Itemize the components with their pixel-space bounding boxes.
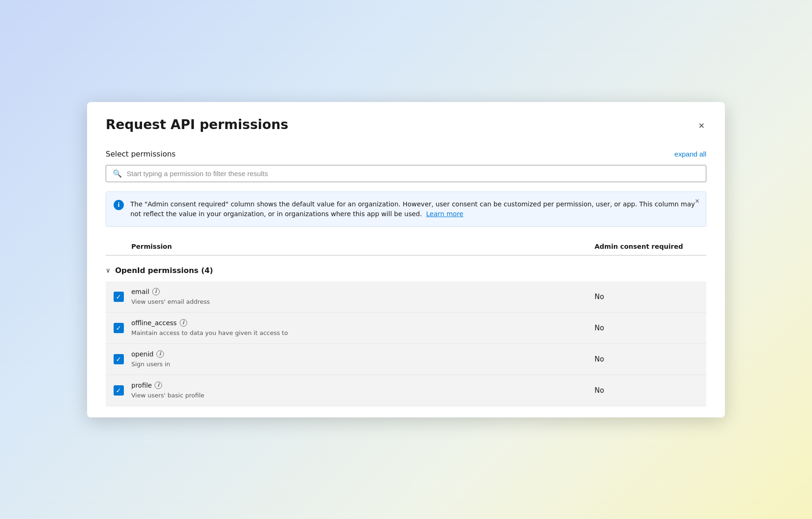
section-header-row: Select permissions expand all xyxy=(106,150,706,158)
info-banner-text: The "Admin consent required" column show… xyxy=(130,199,697,219)
modal-title: Request API permissions xyxy=(106,117,288,133)
info-tooltip-offline[interactable]: i xyxy=(180,319,187,327)
admin-consent-offline: No xyxy=(595,324,706,332)
checkbox-cell-openid xyxy=(106,354,131,364)
group-header-openid[interactable]: ∨ OpenId permissions (4) xyxy=(106,260,706,281)
permission-info-openid: openid i Sign users in xyxy=(131,350,595,368)
info-tooltip-profile[interactable]: i xyxy=(155,382,162,389)
info-banner: i The "Admin consent required" column sh… xyxy=(106,191,706,227)
table-row: openid i Sign users in No xyxy=(106,344,706,375)
modal-container: Request API permissions × Select permiss… xyxy=(87,102,725,417)
admin-consent-openid: No xyxy=(595,355,706,363)
checkbox-cell-offline xyxy=(106,323,131,333)
checkbox-cell-profile xyxy=(106,385,131,396)
admin-consent-profile: No xyxy=(595,386,706,395)
permission-desc-profile: View users' basic profile xyxy=(131,392,204,399)
permission-info-profile: profile i View users' basic profile xyxy=(131,382,595,399)
permission-name-email: email xyxy=(131,288,149,295)
permission-info-email: email i View users' email address xyxy=(131,288,595,306)
info-banner-close-button[interactable]: × xyxy=(695,198,699,205)
admin-consent-email: No xyxy=(595,293,706,301)
permission-desc-openid: Sign users in xyxy=(131,361,170,368)
checkbox-profile[interactable] xyxy=(114,385,124,396)
search-input[interactable] xyxy=(127,170,699,178)
permission-name-profile: profile xyxy=(131,382,152,389)
learn-more-link[interactable]: Learn more xyxy=(426,210,463,218)
info-tooltip-openid[interactable]: i xyxy=(156,350,164,358)
checkbox-cell-email xyxy=(106,292,131,302)
modal-body: Select permissions expand all 🔍 i The "A… xyxy=(87,142,725,417)
group-title-openid: OpenId permissions (4) xyxy=(115,266,213,275)
select-permissions-label: Select permissions xyxy=(106,150,176,158)
permission-desc-offline: Maintain access to data you have given i… xyxy=(131,329,288,336)
table-row: offline_access i Maintain access to data… xyxy=(106,313,706,344)
checkbox-email[interactable] xyxy=(114,292,124,302)
permission-name-openid: openid xyxy=(131,350,154,358)
permission-info-offline: offline_access i Maintain access to data… xyxy=(131,319,595,337)
close-button[interactable]: × xyxy=(697,119,706,133)
chevron-down-icon: ∨ xyxy=(106,266,110,274)
search-icon: 🔍 xyxy=(113,169,122,178)
permissions-table: Permission Admin consent required ∨ Open… xyxy=(106,238,706,406)
col-permission-header: Permission xyxy=(106,243,595,250)
search-box: 🔍 xyxy=(106,165,706,182)
expand-all-button[interactable]: expand all xyxy=(675,150,706,158)
permission-desc-email: View users' email address xyxy=(131,298,210,305)
checkbox-openid[interactable] xyxy=(114,354,124,364)
table-row: email i View users' email address No xyxy=(106,281,706,313)
checkbox-offline-access[interactable] xyxy=(114,323,124,333)
table-header-row: Permission Admin consent required xyxy=(106,238,706,256)
info-tooltip-email[interactable]: i xyxy=(152,288,160,295)
permission-name-offline: offline_access xyxy=(131,319,177,327)
modal-header: Request API permissions × xyxy=(87,102,725,142)
table-row: profile i View users' basic profile No xyxy=(106,375,706,406)
col-admin-consent-header: Admin consent required xyxy=(595,243,706,250)
info-icon: i xyxy=(114,200,124,210)
